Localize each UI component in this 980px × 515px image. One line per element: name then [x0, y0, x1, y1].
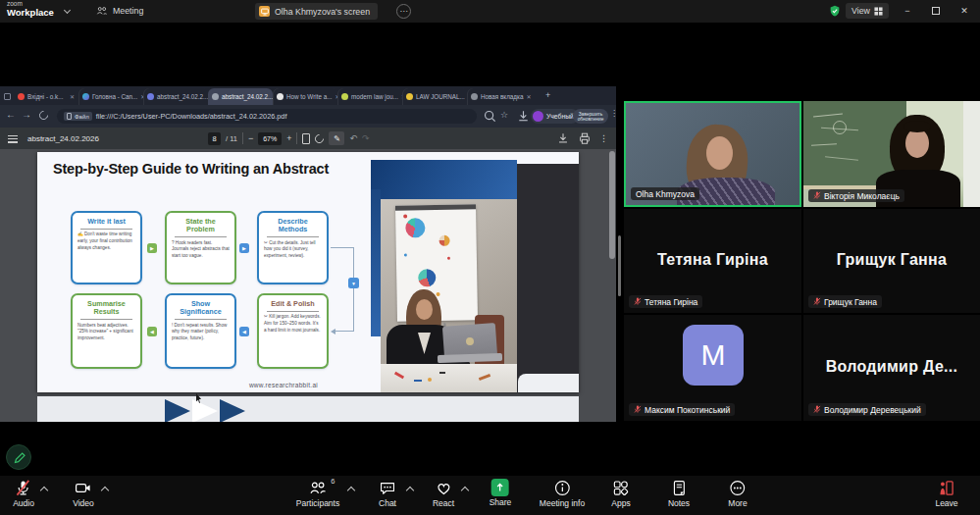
camera-icon — [75, 479, 93, 497]
download-icon[interactable] — [516, 109, 531, 124]
tab-close-icon[interactable]: ✕ — [526, 93, 531, 100]
logo-triangle — [192, 399, 218, 422]
notes-button[interactable]: Notes — [668, 479, 690, 508]
photo-blue-frame-left — [371, 189, 381, 336]
forward-icon[interactable]: → — [22, 109, 31, 120]
browser-tab[interactable]: Головна - Can...✕ — [78, 88, 143, 105]
face — [905, 129, 929, 158]
video-panel: Olha Khmyzova Вікторія Миколаєць — [624, 101, 980, 421]
participants-icon — [308, 479, 327, 497]
browser-tab[interactable]: LAW JOURNAL...✕ — [402, 88, 467, 105]
video-tile-viktoriia[interactable]: Вікторія Миколаєць — [803, 101, 980, 207]
participants-button[interactable]: 6 Participants — [296, 479, 339, 508]
video-tile-volodymyr[interactable]: Володимир Де... Володимир Деревецький — [803, 315, 980, 421]
tab-search-icon[interactable] — [4, 93, 11, 100]
notes-icon — [670, 479, 689, 497]
maximize-button[interactable] — [923, 0, 949, 22]
annotate-pen-icon[interactable]: ✎ — [329, 131, 344, 145]
browser-tab[interactable]: abstract_24.02.2...✕ — [143, 88, 208, 105]
zoom-level[interactable]: 67% — [258, 132, 282, 145]
view-button[interactable]: View — [846, 3, 889, 19]
browser-menu-icon[interactable]: ⋮ — [610, 109, 618, 118]
tab-shared-screen[interactable]: Olha Khmyzova's screen — [255, 3, 378, 20]
react-options-chevron[interactable] — [461, 487, 469, 494]
arrow-down-icon: ▼ — [348, 278, 359, 288]
pdf-download-icon[interactable] — [556, 131, 570, 145]
chat-button[interactable]: Chat — [379, 479, 397, 508]
more-icon — [729, 479, 748, 497]
participant-display-name: Володимир Де... — [803, 358, 980, 376]
logo-triangle — [220, 399, 245, 422]
rotate-icon[interactable] — [314, 132, 327, 145]
mic-muted-icon — [634, 297, 642, 306]
more-options-icon[interactable]: ⋯ — [396, 4, 411, 19]
pdf-more-icon[interactable]: ⋮ — [599, 133, 608, 143]
undo-icon[interactable]: ↶ — [349, 133, 357, 143]
globe-favicon — [471, 93, 478, 100]
meeting-info-button[interactable]: Meeting info — [540, 479, 585, 508]
dot — [404, 254, 407, 257]
address-bar[interactable]: Файл file:///C:/Users/User-PC/Downloads/… — [57, 109, 477, 124]
minimize-button[interactable]: − — [895, 0, 920, 22]
chat-options-chevron[interactable] — [406, 487, 414, 494]
face — [416, 299, 433, 320]
photo-blue-frame-top — [371, 160, 517, 203]
logo-triangle — [165, 399, 190, 422]
video-tile-olha[interactable]: Olha Khmyzova — [624, 101, 801, 207]
annotation-button[interactable] — [6, 444, 31, 470]
slide-page-9-top — [37, 396, 579, 422]
browser-urlbar: ← → Файл file:///C:/Users/User-PC/Downlo… — [0, 105, 616, 128]
step-box-state-problem: State the Problem? Hook readers fast. Jo… — [165, 211, 236, 284]
new-tab-button[interactable]: + — [545, 90, 550, 100]
audio-options-chevron[interactable] — [40, 487, 48, 494]
avatar: M — [683, 325, 744, 386]
apps-button[interactable]: Apps — [611, 479, 630, 508]
slide-page-8: Step-by-Step Guide to Writing an Abstrac… — [37, 152, 579, 392]
browser-tab[interactable]: How to Write a...✕ — [273, 88, 337, 105]
pdf-scrollbar[interactable] — [609, 151, 615, 259]
pdf-menu-icon[interactable] — [8, 133, 18, 145]
participants-options-chevron[interactable] — [347, 487, 355, 494]
more-button[interactable]: More — [728, 479, 747, 508]
zoom-meeting-window: zoom Workplace Meeting Olha Khmyzova's s… — [0, 0, 980, 515]
leave-button[interactable]: Leave — [935, 479, 957, 508]
zoom-out-button[interactable]: − — [248, 133, 253, 143]
redo-icon[interactable]: ↷ — [362, 133, 370, 143]
close-button[interactable]: ✕ — [952, 0, 977, 22]
divider — [296, 132, 297, 144]
browser-tabstrip: Вхідні - o.k...✕ Головна - Can...✕ abstr… — [0, 86, 616, 105]
back-icon[interactable]: ← — [6, 109, 16, 120]
face — [706, 136, 733, 170]
zoom-in-button[interactable]: + — [286, 133, 291, 143]
video-button[interactable]: Video — [73, 479, 94, 508]
browser-tab-active[interactable]: abstract_24.02.2...✕ — [208, 88, 273, 105]
video-tile-maksym[interactable]: M Максим Покотинський — [624, 315, 801, 421]
arrow-left-icon: ◀ — [147, 327, 157, 336]
tab-meeting[interactable]: Meeting — [96, 5, 143, 17]
panel-scrollbar[interactable] — [618, 235, 621, 296]
page-total-label: / 11 — [226, 134, 237, 143]
reload-icon[interactable] — [37, 109, 50, 122]
react-button[interactable]: React — [433, 479, 454, 508]
browser-tab[interactable]: Новая вкладка✕ — [467, 88, 532, 105]
video-options-chevron[interactable] — [101, 487, 109, 494]
chevron-down-icon[interactable] — [64, 7, 71, 14]
browser-tab[interactable]: modern law jou...✕ — [337, 88, 402, 105]
security-shield-icon[interactable] — [828, 4, 842, 19]
finish-update-button[interactable]: Завершить обновление — [573, 109, 608, 124]
page-number-input[interactable]: 8 — [208, 132, 221, 145]
browser-tab[interactable]: Вхідні - o.k...✕ — [14, 88, 78, 105]
audio-button[interactable]: Audio — [13, 479, 34, 508]
search-icon[interactable] — [483, 109, 497, 124]
bookmark-star-icon[interactable]: ☆ — [500, 110, 508, 120]
video-tile-hryshchuk[interactable]: Грищук Ганна Грищук Ганна — [803, 209, 980, 313]
tab-close-icon[interactable]: ✕ — [70, 93, 75, 100]
print-icon[interactable] — [578, 131, 592, 145]
fit-page-icon[interactable] — [302, 133, 310, 144]
mic-muted-icon — [634, 405, 642, 414]
doc-favicon — [147, 93, 154, 100]
share-button[interactable]: Share — [490, 479, 512, 507]
file-badge: Файл — [64, 112, 92, 121]
profile-button[interactable]: Учебный — [531, 109, 579, 124]
video-tile-tetiana[interactable]: Тетяна Гиріна Тетяна Гиріна — [624, 209, 801, 313]
